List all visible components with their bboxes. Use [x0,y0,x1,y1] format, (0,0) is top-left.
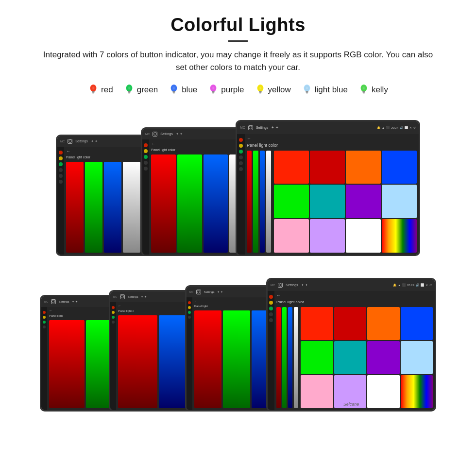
gc-rainbow-t3 [382,219,417,253]
side-btn-yellow-b3 [188,306,191,309]
side-btn-g1-b2 [112,321,115,324]
gc-teal-b4 [334,341,367,374]
color-label-lightblue: light blue [315,85,348,95]
alarm-icon-b4: 🔔 [393,283,396,287]
bar-green-b3 [223,310,250,408]
device-bot-1: MC Settings ✦ ✦ ← [40,295,118,412]
vol-icon-t3: 🔊 [400,126,403,129]
gc-green-b4 [301,341,333,374]
color-row: red green blue [10,83,466,97]
content-t3: ← Panel light color [245,134,419,255]
bar-white-b4 [294,307,298,408]
gc-purple-t3 [346,185,381,218]
bulb-kelly-icon [358,83,369,97]
side-btn-red-t1 [59,151,63,154]
vol-icon-b4: 🔊 [416,283,419,287]
bar-blue-t3 [260,151,265,253]
side-btn-g2-t3 [239,161,243,165]
side-btn-green-t3 [239,150,243,154]
side-btn-g1-b4 [269,312,273,316]
settings-label-b3: Settings [204,291,215,293]
side-btn-green-b4 [269,307,273,310]
gc-red-t3 [274,151,309,184]
gc-dkred-b4 [334,307,367,340]
gc-lavender-t3 [310,219,345,253]
bulb-green-icon [124,83,135,97]
side-btn-yellow-t1 [59,156,63,160]
svg-point-11 [171,85,177,92]
side-btn-yellow-t2 [144,149,148,153]
bar-blue-t1 [104,162,121,253]
device-bot-2: MC Settings ✦ ✦ ← [109,290,194,412]
x-icon-t3: ✕ [409,126,412,129]
side-btn-gray-t1 [59,168,63,172]
page-title: Colorful Lights [10,15,466,35]
gc-white-t3 [346,219,381,253]
topbar-right-t3: 🔔 ▲ ⬛ 20:24 🔊 ⬜ ✕ ↺ [377,126,416,129]
side-btn-green-t1 [59,162,63,166]
side-btn-red-b1 [43,311,46,314]
time-b4: 20:24 [407,284,414,287]
time-t3: 20:24 [391,126,398,129]
color-grid-b4 [301,307,433,408]
side-buttons-t1 [57,147,64,255]
side-btn-g1-t3 [239,155,243,159]
color-label-red: red [101,85,113,95]
back-icon-t3: ↺ [413,126,416,129]
side-btn-yellow-b2 [112,311,115,314]
gc-rainbow-b4 [401,375,433,408]
gc-red-b4 [301,307,333,340]
bulb-lightblue-icon [302,83,312,97]
side-btn-g2-t2 [144,167,148,171]
bar-white-t1 [123,162,140,253]
side-btn-red-b2 [112,306,115,309]
device-top-2: MC Settings ✦ ✦ [141,127,248,256]
gc-blue-b4 [401,307,433,340]
home-icon-t1 [68,139,72,144]
screen-icon-t3: ⬜ [405,126,408,129]
x-icon-b4: ✕ [425,283,428,287]
svg-rect-18 [259,92,261,93]
color-item-purple: purple [208,83,244,97]
back-icon-b4: ↺ [429,283,432,287]
bar-blue-t2 [204,154,228,253]
settings-label-b1: Settings [59,300,69,303]
gc-dkred-t3 [310,151,345,184]
side-buttons-b1 [41,307,47,410]
side-btn-gray2-t1 [59,174,63,178]
side-btn-g3-t3 [239,167,243,171]
svg-point-23 [304,85,310,92]
screen-icon-b4: ⬜ [421,283,424,287]
color-grid-t3 [274,151,417,253]
color-label-kelly: kelly [372,85,388,95]
battery-icon-b4: ⬛ [402,283,406,287]
home-icon-b3 [196,290,201,294]
content-b4: ← Panel light color [274,291,435,410]
svg-rect-26 [363,92,365,93]
bulb-purple-icon [208,83,219,97]
side-buttons-b4 [268,291,274,410]
bar-green-t3 [253,151,258,253]
color-item-blue: blue [169,83,197,97]
panel-label-b4: Panel light color [276,300,433,304]
side-btn-yellow-b4 [269,301,273,305]
description-text: Integrated with 7 colors of button indic… [39,49,437,74]
side-btn-gray3-t1 [59,180,63,184]
svg-rect-22 [306,92,308,93]
alarm-icon-t3: 🔔 [377,126,380,129]
bar-red-b3 [194,310,221,408]
wifi-icon-t3: ▲ [382,126,385,129]
gc-orange-t3 [346,151,381,184]
bar-blue-b4 [288,307,292,408]
side-buttons-b2 [110,302,116,410]
settings-label-t2: Settings [160,132,172,136]
topbar-right-b4: 🔔 ▲ ⬛ 20:24 🔊 ⬜ ✕ ↺ [393,283,432,287]
gc-blue-t3 [382,151,417,184]
side-btn-green-b1 [43,321,46,324]
device-top-1: MC Settings ✦ ✦ [56,135,153,256]
side-btn-g2-b4 [269,318,273,322]
gc-purple-b4 [367,341,400,374]
devices-bottom-row: MC Settings ✦ ✦ ← [10,271,466,412]
watermark-text: Seicane [343,402,359,407]
svg-point-15 [210,85,217,92]
